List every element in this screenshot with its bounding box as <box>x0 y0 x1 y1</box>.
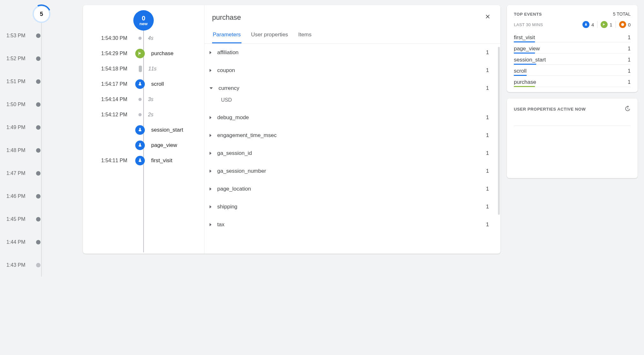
stream-timestamp: 1:54:18 PM <box>83 66 132 72</box>
minute-dot <box>36 56 41 61</box>
minute-row[interactable]: 1:52 PM <box>6 47 77 70</box>
top-event-count: 1 <box>628 46 631 52</box>
minute-dot <box>36 240 41 244</box>
chevron-right-icon <box>210 116 211 119</box>
parameter-row[interactable]: ga_session_id1 <box>204 144 500 162</box>
tab-parameters[interactable]: Parameters <box>212 27 241 43</box>
minute-row[interactable]: 1:51 PM <box>6 70 77 93</box>
user-properties-title: USER PROPERTIES ACTIVE NOW <box>514 107 586 112</box>
chevron-right-icon <box>210 69 211 72</box>
stream-gap-row: 1:54:30 PM4s <box>83 31 204 46</box>
parameter-row[interactable]: affiliation1 <box>204 44 500 62</box>
user-properties-card: USER PROPERTIES ACTIVE NOW <box>507 98 638 178</box>
live-label: new <box>139 21 147 26</box>
minute-row[interactable]: 1:49 PM <box>6 116 77 139</box>
parameter-count: 1 <box>486 85 489 91</box>
top-event-name: session_start <box>514 57 546 63</box>
chevron-right-icon <box>210 187 211 191</box>
close-icon[interactable] <box>483 11 493 23</box>
parameter-row[interactable]: ga_session_number1 <box>204 162 500 180</box>
parameter-row[interactable]: page_location1 <box>204 180 500 198</box>
top-event-name: purchase <box>514 79 536 85</box>
stream-timestamp: 1:54:11 PM <box>83 158 132 163</box>
flag-count-pill: 1 <box>597 21 612 28</box>
parameter-row[interactable]: shipping1 <box>204 198 500 216</box>
event-type-counts: 4 1 0 <box>582 21 631 28</box>
top-event-name: first_visit <box>514 34 535 41</box>
chevron-right-icon <box>210 170 211 173</box>
parameter-name: ga_session_number <box>217 168 486 174</box>
touch-icon <box>135 141 145 150</box>
stream-event-row[interactable]: session_start <box>83 122 204 138</box>
minute-row[interactable]: 1:45 PM <box>6 208 77 231</box>
live-events-badge: 0 new <box>133 10 154 31</box>
top-event-count: 1 <box>628 35 631 40</box>
parameter-row[interactable]: debug_mode1 <box>204 109 500 127</box>
flag-icon <box>135 49 145 58</box>
parameter-count: 1 <box>486 49 489 56</box>
minute-dot <box>36 102 41 107</box>
touch-icon <box>135 156 145 165</box>
stream-gap-row: 1:54:18 PM11s <box>83 61 204 76</box>
parameter-count: 1 <box>486 114 489 121</box>
minute-row[interactable]: 1:46 PM <box>6 185 77 208</box>
flag-icon <box>601 21 608 28</box>
detail-tabs: Parameters User properties Items <box>204 27 500 44</box>
touch-icon <box>135 79 145 89</box>
minute-row[interactable]: 1:48 PM <box>6 139 77 162</box>
minute-row[interactable]: 1:44 PM <box>6 231 77 254</box>
minutes-timeline: 5 1:53 PM1:52 PM1:51 PM1:50 PM1:49 PM1:4… <box>6 5 77 277</box>
stream-event-label: session_start <box>151 127 183 133</box>
minute-dot <box>36 148 41 153</box>
stream-event-row[interactable]: 1:54:17 PMscroll <box>83 76 204 92</box>
parameter-row[interactable]: engagement_time_msec1 <box>204 127 500 144</box>
chevron-right-icon <box>210 223 211 226</box>
top-event-row[interactable]: first_visit1 <box>514 31 631 42</box>
minute-row[interactable]: 1:50 PM <box>6 93 77 116</box>
stream-timestamp: 1:54:29 PM <box>83 51 132 56</box>
live-count: 0 <box>142 15 145 21</box>
minute-row[interactable]: 1:47 PM <box>6 162 77 185</box>
top-event-bar <box>514 86 535 87</box>
minute-row[interactable]: 1:43 PM <box>6 254 77 277</box>
stream-event-label: page_view <box>151 142 177 149</box>
error-icon <box>619 21 626 28</box>
chevron-right-icon <box>210 51 211 54</box>
top-event-row[interactable]: purchase1 <box>514 76 631 87</box>
parameter-name: currency <box>218 85 486 91</box>
stream-timestamp: 1:54:12 PM <box>83 112 132 118</box>
touch-icon <box>135 125 145 135</box>
top-event-row[interactable]: scroll1 <box>514 65 631 76</box>
user-properties-divider <box>514 126 631 126</box>
tab-user-properties[interactable]: User properties <box>250 27 289 43</box>
stream-event-row[interactable]: 1:54:11 PMfirst_visit <box>83 153 204 168</box>
stream-gap-marker <box>139 66 142 72</box>
minute-dot <box>36 194 41 199</box>
minute-label: 1:51 PM <box>6 79 35 84</box>
stream-gap-duration: 11s <box>148 66 157 72</box>
top-events-card: TOP EVENTS 5 TOTAL LAST 30 MINS 4 1 <box>507 5 638 92</box>
stream-event-row[interactable]: page_view <box>83 138 204 153</box>
minute-dot <box>36 79 41 84</box>
top-event-count: 1 <box>628 79 631 85</box>
stream-event-row[interactable]: 1:54:29 PMpurchase <box>83 46 204 61</box>
top-events-title: TOP EVENTS <box>514 12 542 17</box>
chevron-right-icon <box>210 205 211 208</box>
tab-items[interactable]: Items <box>298 27 312 43</box>
parameter-name: ga_session_id <box>217 150 486 156</box>
top-event-row[interactable]: page_view1 <box>514 42 631 54</box>
parameter-list[interactable]: affiliation1coupon1currency1USDdebug_mod… <box>204 44 500 254</box>
parameter-row[interactable]: coupon1 <box>204 62 500 79</box>
minute-label: 1:48 PM <box>6 148 35 153</box>
touch-count-pill: 4 <box>582 21 594 28</box>
minute-row[interactable]: 1:53 PM <box>6 24 77 47</box>
chevron-right-icon <box>210 152 211 155</box>
parameter-row[interactable]: tax1 <box>204 216 500 234</box>
top-event-row[interactable]: session_start1 <box>514 54 631 65</box>
parameter-value: USD <box>204 97 500 109</box>
top-event-name: scroll <box>514 68 527 74</box>
history-icon[interactable] <box>624 105 631 113</box>
parameter-row[interactable]: currency1 <box>204 79 500 97</box>
parameter-count: 1 <box>486 150 489 156</box>
minute-dot <box>36 263 41 267</box>
